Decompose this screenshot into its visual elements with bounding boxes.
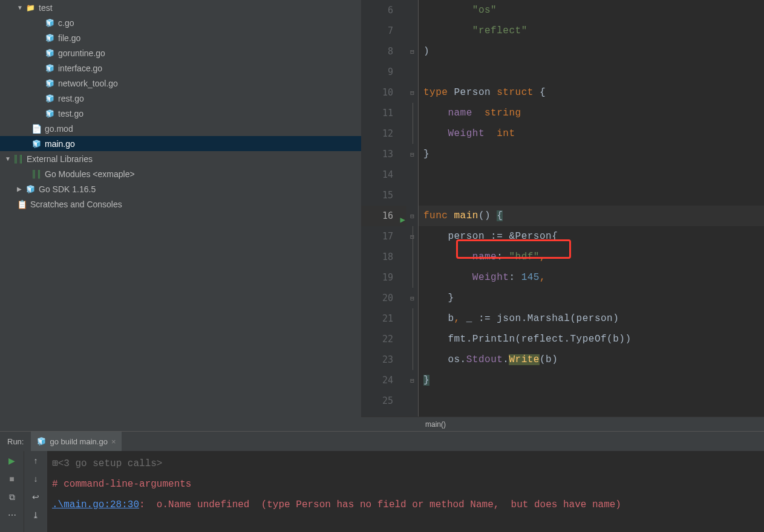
go-file-icon: 🧊 (45, 64, 54, 73)
run-label: Run: (0, 437, 31, 446)
go-file-icon: 🧊 (45, 19, 54, 27)
tree-file-gomod[interactable]: 📄go.mod (0, 121, 361, 136)
down-button[interactable]: ↓ (30, 473, 42, 485)
line-gutter[interactable]: 6789 10111213 1415 16▶ 17181920 21222324… (361, 0, 406, 417)
code-line[interactable]: Weight int (419, 123, 764, 144)
console-tool-column: ↑ ↓ ↩ ⤓ (24, 451, 47, 532)
go-file-icon: 🧊 (31, 140, 41, 148)
go-file-icon: 🧊 (45, 109, 54, 118)
error-link[interactable]: .\main.go:28:30 (52, 499, 139, 510)
tree-file[interactable]: 🧊goruntine.go (0, 45, 361, 60)
code-line[interactable]: type Person struct { (419, 82, 764, 103)
close-icon[interactable]: × (111, 437, 116, 446)
layout-button[interactable]: ⧉ (6, 491, 18, 503)
folder-label: test (39, 3, 53, 13)
code-editor[interactable]: 6789 10111213 1415 16▶ 17181920 21222324… (361, 0, 764, 431)
scroll-end-button[interactable]: ⤓ (30, 509, 42, 521)
fold-bar[interactable]: ⊟ ⊟⊟ ⊟⊟⊟ ⊟ ⊟ (406, 0, 419, 417)
run-tabs: Run: 🧊 go build main.go × (0, 432, 764, 451)
breadcrumb[interactable]: main() (361, 417, 764, 431)
code-line[interactable]: } (419, 288, 764, 308)
code-line[interactable]: name string (419, 103, 764, 123)
go-file-icon: 🧊 (45, 79, 54, 88)
go-sdk-icon: 🧊 (25, 185, 35, 193)
tree-go-modules[interactable]: ║║Go Modules <exmaple> (0, 166, 361, 181)
code-line[interactable]: } (419, 144, 764, 164)
file-icon: 📄 (31, 124, 41, 134)
tree-scratches[interactable]: 📋Scratches and Consoles (0, 196, 361, 212)
code-line[interactable] (419, 391, 764, 411)
scratches-icon: 📋 (17, 199, 27, 209)
code-line[interactable] (419, 185, 764, 206)
tree-file[interactable]: 🧊interface.go (0, 60, 361, 76)
run-tool-column: ▶ ■ ⧉ ⋯ (0, 451, 24, 532)
code-line[interactable]: "os" (419, 0, 764, 21)
go-file-icon: 🧊 (37, 437, 46, 446)
softwrap-button[interactable]: ↩ (30, 491, 42, 503)
tree-file-main[interactable]: 🧊main.go (0, 136, 361, 151)
go-file-icon: 🧊 (45, 94, 54, 103)
code-line[interactable]: func printPeople(s []Person) { (419, 411, 764, 417)
code-line[interactable]: fmt.Println(reflect.TypeOf(b)) (419, 329, 764, 349)
code-line[interactable]: Weight: 145, (419, 267, 764, 288)
code-area[interactable]: "os" "reflect")type Person struct { name… (419, 0, 764, 417)
tree-external-libraries[interactable]: ▼║║External Libraries (0, 151, 361, 166)
code-line[interactable]: os.Stdout.Write(b) (419, 349, 764, 370)
library-icon: ║║ (31, 170, 41, 178)
tree-file[interactable]: 🧊network_tool.go (0, 76, 361, 91)
code-line[interactable]: } (419, 370, 764, 391)
tree-file[interactable]: 🧊test.go (0, 106, 361, 121)
go-file-icon: 🧊 (45, 34, 54, 42)
library-icon: ║║ (13, 155, 23, 163)
console-output[interactable]: ⊞<3 go setup calls> # command-line-argum… (47, 451, 764, 532)
code-line[interactable]: ) (419, 41, 764, 62)
up-button[interactable]: ↑ (30, 455, 42, 467)
code-line[interactable] (419, 62, 764, 82)
run-config-tab[interactable]: 🧊 go build main.go × (31, 432, 122, 451)
code-line[interactable] (419, 164, 764, 185)
rerun-button[interactable]: ▶ (6, 455, 18, 467)
tree-folder-test[interactable]: ▼📁 test (0, 0, 361, 15)
go-file-icon: 🧊 (45, 49, 54, 57)
folder-icon: 📁 (25, 4, 35, 12)
tree-file[interactable]: 🧊rest.go (0, 91, 361, 106)
tree-go-sdk[interactable]: ▶🧊Go SDK 1.16.5 (0, 181, 361, 196)
project-tree[interactable]: ▼📁 test 🧊c.go 🧊file.go 🧊goruntine.go 🧊in… (0, 0, 361, 431)
code-line[interactable]: "reflect" (419, 21, 764, 41)
annotation-highlight (456, 239, 571, 259)
expand-icon[interactable]: ⊞ (52, 458, 58, 469)
code-line[interactable]: b, _ := json.Marshal(person) (419, 308, 764, 329)
stop-button[interactable]: ■ (6, 473, 18, 485)
tree-file[interactable]: 🧊c.go (0, 15, 361, 30)
run-panel: Run: 🧊 go build main.go × ▶ ■ ⧉ ⋯ ↑ ↓ ↩ … (0, 431, 764, 532)
code-line[interactable]: func main() { (419, 206, 764, 226)
tree-file[interactable]: 🧊file.go (0, 30, 361, 45)
more-button[interactable]: ⋯ (6, 509, 18, 521)
